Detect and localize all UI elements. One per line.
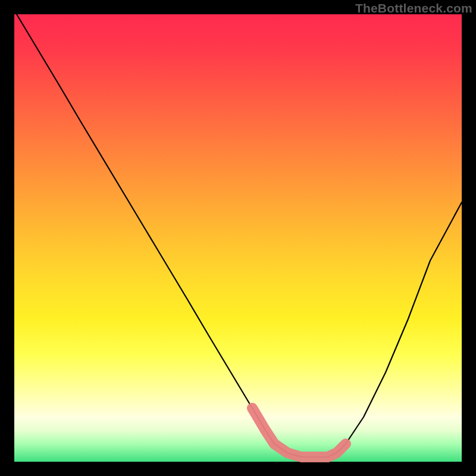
chart-frame: TheBottleneck.com <box>0 0 476 476</box>
watermark-text: TheBottleneck.com <box>355 1 472 15</box>
bottleneck-curve <box>17 14 462 457</box>
highlight-band <box>252 408 346 457</box>
plot-area <box>14 14 462 462</box>
chart-svg <box>14 14 462 462</box>
